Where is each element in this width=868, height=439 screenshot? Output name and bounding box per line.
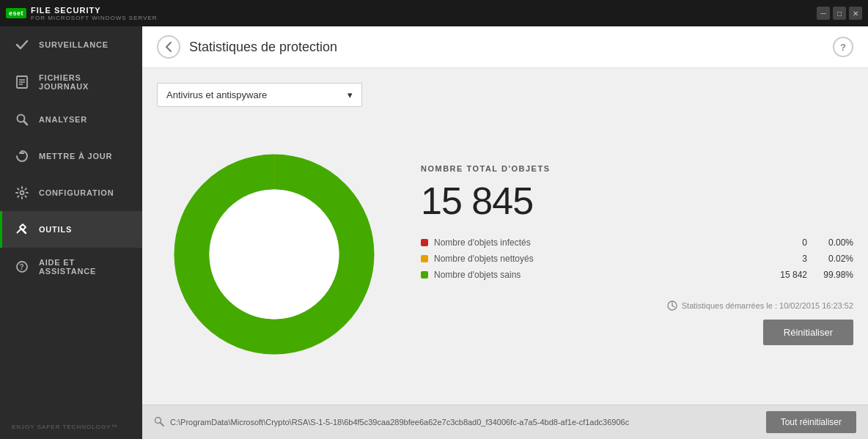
sidebar-label-outils: OUTILS [39,225,72,234]
refresh-icon [14,148,30,164]
sidebar-item-surveillance[interactable]: SURVEILLANCE [0,26,142,63]
sidebar-item-fichiers-journaux[interactable]: FICHIERS JOURNAUX [0,63,142,101]
infected-dot [421,239,428,246]
cleaned-pct: 0.02% [813,254,853,264]
infected-count: 0 [770,237,807,248]
sidebar-item-mettre-a-jour[interactable]: METTRE À JOUR [0,138,142,174]
sidebar-label-surveillance: SURVEILLANCE [39,40,108,49]
svg-line-17 [672,306,674,307]
content-header: Statistiques de protection ? [142,26,868,68]
svg-line-19 [161,422,164,426]
dropdown-wrapper: Antivirus et antispyware ▾ [157,83,853,107]
help-icon: ? [14,259,30,275]
stats-area: NOMBRE TOTAL D'OBJETS 15 845 Nombre d'ob… [157,119,853,390]
infected-pct: 0.00% [813,237,853,248]
clock-icon [667,300,677,311]
cleaned-label: Nombre d'objets nettoyés [434,254,765,264]
cleaned-dot [421,255,428,262]
reset-all-button[interactable]: Tout réinitialiser [766,411,856,433]
search-small-icon [154,416,164,429]
title-bar: eset FILE SECURITY FOR MICROSOFT WINDOWS… [0,0,868,26]
close-button[interactable]: ✕ [849,7,862,20]
content-header-left: Statistiques de protection [157,35,337,59]
stat-row-infected: Nombre d'objets infectés 0 0.00% [421,237,853,248]
infected-label: Nombre d'objets infectés [434,237,765,248]
sidebar-item-analyser[interactable]: ANALYSER [0,101,142,138]
safe-count: 15 842 [770,270,807,280]
minimize-button[interactable]: ─ [817,7,830,20]
maximize-button[interactable]: □ [833,7,846,20]
product-name-group: FILE SECURITY FOR MICROSOFT WINDOWS SERV… [31,6,158,21]
check-icon [14,37,30,53]
product-subtitle: FOR MICROSOFT WINDOWS SERVER [31,15,158,21]
sidebar-label-configuration: CONFIGURATION [39,188,114,197]
reset-button[interactable]: Réinitialiser [763,320,853,345]
gear-icon [14,185,30,201]
eset-logo-box: eset [6,8,26,18]
stat-row-safe: Nombre d'objets sains 15 842 99.98% [421,270,853,280]
document-icon [14,74,30,90]
content-main: Antivirus et antispyware ▾ [142,68,868,405]
stats-panel: NOMBRE TOTAL D'OBJETS 15 845 Nombre d'ob… [421,164,853,345]
filter-dropdown[interactable]: Antivirus et antispyware ▾ [157,83,362,107]
tools-icon [14,221,30,237]
svg-text:?: ? [20,263,25,271]
search-icon [14,111,30,128]
sidebar-label-fichiers-journaux: FICHIERS JOURNAUX [39,73,130,91]
back-button[interactable] [157,35,180,59]
stats-timestamp: Statistiques démarrées le : 10/02/2015 1… [667,300,853,311]
chart-wrapper [157,144,391,364]
sidebar-label-aide-et-assistance: AIDE ET ASSISTANCE [39,258,130,276]
dropdown-value: Antivirus et antispyware [166,89,267,100]
svg-line-5 [24,122,28,125]
sidebar-label-mettre-a-jour: METTRE À JOUR [39,152,112,161]
timestamp-text: Statistiques démarrées le : 10/02/2015 1… [682,301,853,310]
sidebar: SURVEILLANCE FICHIERS JOURNAUX ANALYSER … [0,26,142,439]
chevron-down-icon: ▾ [347,89,353,100]
sidebar-item-configuration[interactable]: CONFIGURATION [0,174,142,211]
stat-row-cleaned: Nombre d'objets nettoyés 3 0.02% [421,254,853,264]
window-controls: ─ □ ✕ [817,7,862,20]
sidebar-item-outils[interactable]: OUTILS [0,211,142,248]
sidebar-footer: ENJOY SAFER TECHNOLOGY™ [0,415,142,439]
bottom-bar: C:\ProgramData\Microsoft\Crypto\RSA\S-1-… [142,405,868,439]
app-body: SURVEILLANCE FICHIERS JOURNAUX ANALYSER … [0,26,868,439]
sidebar-label-analyser: ANALYSER [39,115,87,124]
title-bar-left: eset FILE SECURITY FOR MICROSOFT WINDOWS… [6,6,158,21]
total-label: NOMBRE TOTAL D'OBJETS [421,164,853,173]
eset-logo: eset FILE SECURITY FOR MICROSOFT WINDOWS… [6,6,158,21]
sidebar-item-aide-et-assistance[interactable]: ? AIDE ET ASSISTANCE [0,248,142,286]
safe-dot [421,271,428,278]
safe-label: Nombre d'objets sains [434,270,765,280]
total-number: 15 845 [421,182,853,220]
content-area: Statistiques de protection ? Antivirus e… [142,26,868,439]
help-button[interactable]: ? [833,37,853,57]
cleaned-count: 3 [770,254,807,264]
safe-pct: 99.98% [813,270,853,280]
product-name: FILE SECURITY [31,6,158,15]
svg-point-14 [210,190,339,320]
svg-point-6 [21,191,24,195]
page-title: Statistiques de protection [189,40,337,55]
donut-chart [164,144,384,364]
stats-footer: Statistiques démarrées le : 10/02/2015 1… [421,300,853,345]
current-path: C:\ProgramData\Microsoft\Crypto\RSA\S-1-… [170,418,760,427]
sidebar-nav: SURVEILLANCE FICHIERS JOURNAUX ANALYSER … [0,26,142,415]
